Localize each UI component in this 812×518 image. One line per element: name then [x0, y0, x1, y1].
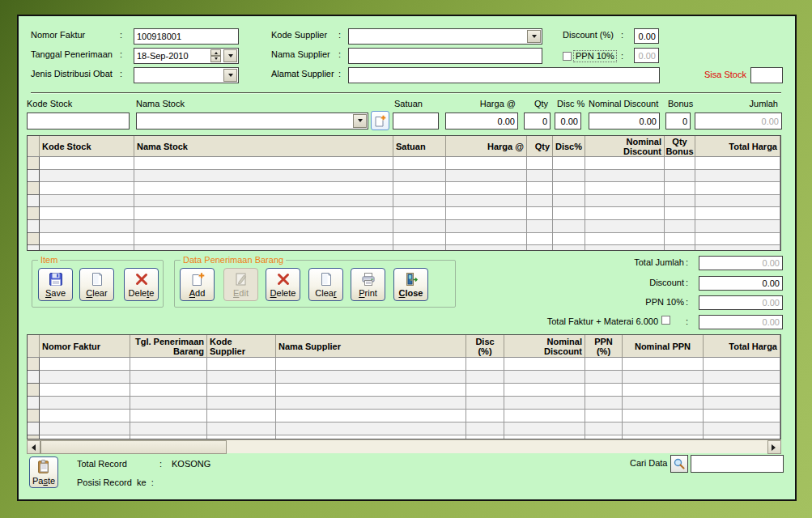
colon: : — [338, 30, 341, 40]
nama-supplier-input[interactable] — [348, 48, 542, 64]
cell — [446, 195, 527, 208]
column-header: Nomor Faktur — [40, 335, 130, 357]
jenis-distribusi-select[interactable] — [134, 67, 239, 83]
cell — [704, 358, 780, 371]
qty-input[interactable] — [524, 113, 551, 130]
tanggal-dropdown-button[interactable] — [223, 49, 237, 62]
table-row[interactable] — [28, 410, 780, 422]
row-selector — [28, 358, 40, 371]
cell — [393, 170, 446, 183]
row-selector — [28, 195, 40, 208]
cell — [527, 182, 553, 195]
close-button[interactable]: Close — [393, 268, 428, 301]
kode-supplier-select[interactable] — [348, 28, 542, 45]
table-row[interactable] — [28, 397, 780, 410]
table-row[interactable] — [28, 182, 780, 195]
cell — [504, 358, 585, 371]
tanggal-penerimaan-input[interactable]: 18-Sep-2010 — [134, 48, 239, 64]
clear-item-button[interactable]: Clear — [79, 268, 114, 301]
row-selector — [28, 182, 40, 195]
delete-record-button[interactable]: Delete — [266, 268, 300, 301]
cell — [553, 157, 585, 170]
discount-total-input[interactable] — [699, 276, 783, 291]
scroll-right-button[interactable] — [767, 440, 781, 454]
colon: : — [120, 30, 122, 40]
cell — [585, 157, 665, 170]
table-row[interactable] — [28, 220, 780, 233]
delete-icon — [275, 271, 291, 287]
table-row[interactable] — [28, 384, 780, 397]
clear-form-button[interactable]: Clear — [308, 268, 343, 301]
cell — [623, 371, 704, 384]
spin-up-button[interactable] — [210, 49, 221, 56]
cari-data-input[interactable] — [691, 455, 784, 473]
cell — [553, 245, 585, 251]
ppn-input[interactable] — [634, 48, 659, 63]
table-row[interactable] — [28, 195, 780, 208]
materai-checkbox[interactable] — [661, 316, 670, 325]
alamat-supplier-input[interactable] — [348, 67, 660, 83]
discount-input[interactable] — [634, 28, 659, 44]
cell — [585, 245, 665, 251]
row-selector — [28, 170, 40, 183]
edit-button[interactable]: Edit — [223, 268, 258, 301]
nomor-faktur-input[interactable] — [134, 28, 239, 45]
nama-stock-select[interactable] — [136, 113, 368, 130]
cell — [134, 182, 393, 195]
blank-page-icon — [89, 271, 105, 287]
cari-data-label: Cari Data — [630, 458, 667, 469]
table-row[interactable] — [28, 233, 780, 246]
ppn-checkbox[interactable] — [563, 52, 572, 61]
cell — [393, 157, 446, 170]
cell — [130, 384, 207, 397]
ppn-total-input[interactable] — [699, 295, 783, 310]
search-button[interactable] — [670, 455, 688, 473]
column-header: Disc (%) — [466, 335, 504, 357]
sisa-stock-input[interactable] — [750, 67, 783, 83]
posisi-record-label: Posisi Record ke : — [77, 478, 154, 488]
bonus-input[interactable] — [665, 113, 691, 130]
table-row[interactable] — [28, 207, 780, 220]
jumlah-input[interactable] — [695, 113, 782, 130]
print-button[interactable]: Print — [351, 268, 385, 301]
disc-input[interactable] — [555, 113, 581, 130]
table-row[interactable] — [28, 245, 780, 251]
nama-stock-dropdown-button[interactable] — [353, 114, 367, 128]
h-scrollbar — [27, 439, 781, 453]
paste-button[interactable]: Paste — [29, 456, 58, 488]
jenis-dropdown-button[interactable] — [223, 69, 237, 82]
cell — [134, 233, 393, 246]
cell — [527, 245, 553, 251]
scroll-left-button[interactable] — [27, 440, 40, 454]
table-row[interactable] — [28, 371, 780, 384]
nominal-discount-input[interactable] — [589, 113, 660, 130]
table-row[interactable] — [28, 157, 780, 170]
row-selector — [28, 397, 40, 410]
table-row[interactable] — [28, 422, 780, 435]
row-selector — [28, 410, 40, 422]
kode-supplier-dropdown-button[interactable] — [527, 30, 541, 43]
cell — [585, 233, 665, 246]
satuan-input[interactable] — [393, 113, 439, 130]
total-faktur-input[interactable] — [699, 315, 783, 329]
total-jumlah-input[interactable] — [699, 256, 783, 270]
save-button[interactable]: Save — [38, 268, 73, 301]
cell — [40, 422, 130, 435]
spin-down-button[interactable] — [210, 56, 221, 62]
cell — [40, 397, 130, 410]
scroll-thumb[interactable] — [40, 440, 227, 454]
cell — [665, 157, 695, 170]
table-row[interactable] — [28, 358, 780, 371]
add-button[interactable]: Add — [180, 268, 215, 301]
discount-label: Discount (%) — [563, 30, 614, 40]
harga-input[interactable] — [445, 113, 518, 130]
table-row[interactable] — [28, 170, 780, 183]
ppn-label: PPN 10% — [574, 51, 616, 62]
cell — [704, 422, 780, 435]
new-stock-button[interactable] — [371, 111, 389, 130]
row-selector — [28, 207, 40, 220]
kode-stock-input[interactable] — [27, 113, 130, 130]
delete-item-button[interactable]: Delete — [124, 268, 159, 301]
jumlah-label: Jumlah — [695, 99, 778, 109]
cell — [446, 245, 527, 251]
